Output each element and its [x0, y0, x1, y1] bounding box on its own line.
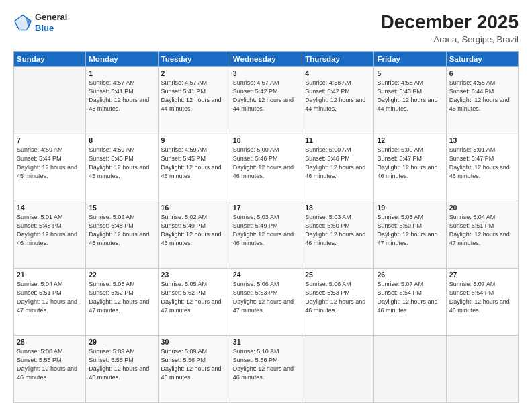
day-cell: 12Sunrise: 5:00 AMSunset: 5:47 PMDayligh…	[374, 134, 446, 201]
day-cell: 9Sunrise: 4:59 AMSunset: 5:45 PMDaylight…	[158, 134, 230, 201]
day-number: 5	[377, 69, 443, 77]
calendar-table: SundayMondayTuesdayWednesdayThursdayFrid…	[13, 51, 519, 403]
day-cell: 31Sunrise: 5:10 AMSunset: 5:56 PMDayligh…	[230, 335, 302, 402]
day-number: 15	[89, 203, 154, 212]
day-cell: 16Sunrise: 5:02 AMSunset: 5:49 PMDayligh…	[158, 201, 230, 268]
week-row-3: 14Sunrise: 5:01 AMSunset: 5:48 PMDayligh…	[14, 201, 519, 268]
day-info: Sunrise: 5:08 AMSunset: 5:55 PMDaylight:…	[17, 347, 83, 382]
day-number: 28	[17, 338, 83, 346]
day-info: Sunrise: 4:57 AMSunset: 5:42 PMDaylight:…	[233, 79, 299, 113]
logo-general-text: General	[35, 12, 67, 22]
day-cell: 5Sunrise: 4:58 AMSunset: 5:43 PMDaylight…	[374, 66, 446, 134]
col-header-tuesday: Tuesday	[158, 51, 230, 66]
day-cell: 23Sunrise: 5:05 AMSunset: 5:52 PMDayligh…	[158, 268, 230, 335]
location: Araua, Sergipe, Brazil	[381, 34, 519, 44]
day-cell: 26Sunrise: 5:07 AMSunset: 5:54 PMDayligh…	[374, 268, 446, 335]
day-info: Sunrise: 5:04 AMSunset: 5:51 PMDaylight:…	[449, 213, 515, 248]
day-info: Sunrise: 4:57 AMSunset: 5:41 PMDaylight:…	[161, 79, 227, 113]
day-cell: 11Sunrise: 5:00 AMSunset: 5:46 PMDayligh…	[302, 134, 374, 201]
day-cell: 8Sunrise: 4:59 AMSunset: 5:45 PMDaylight…	[86, 134, 158, 201]
day-number: 21	[17, 271, 83, 279]
day-number: 11	[305, 136, 371, 144]
day-number: 19	[377, 203, 443, 212]
day-number: 18	[305, 203, 371, 212]
day-info: Sunrise: 4:58 AMSunset: 5:44 PMDaylight:…	[449, 79, 515, 113]
day-cell	[14, 66, 86, 134]
col-header-sunday: Sunday	[14, 51, 86, 66]
day-cell: 14Sunrise: 5:01 AMSunset: 5:48 PMDayligh…	[14, 201, 86, 268]
day-info: Sunrise: 4:59 AMSunset: 5:44 PMDaylight:…	[17, 146, 83, 181]
day-info: Sunrise: 5:02 AMSunset: 5:48 PMDaylight:…	[89, 213, 154, 248]
day-info: Sunrise: 5:01 AMSunset: 5:48 PMDaylight:…	[17, 213, 83, 248]
day-info: Sunrise: 5:05 AMSunset: 5:52 PMDaylight:…	[161, 280, 227, 315]
day-info: Sunrise: 5:00 AMSunset: 5:47 PMDaylight:…	[377, 146, 443, 181]
day-info: Sunrise: 5:05 AMSunset: 5:52 PMDaylight:…	[89, 280, 154, 315]
day-cell: 19Sunrise: 5:03 AMSunset: 5:50 PMDayligh…	[374, 201, 446, 268]
day-number: 17	[233, 203, 299, 212]
day-info: Sunrise: 4:58 AMSunset: 5:42 PMDaylight:…	[305, 79, 371, 113]
col-header-wednesday: Wednesday	[230, 51, 302, 66]
day-number: 8	[89, 136, 154, 144]
day-number: 4	[305, 69, 371, 77]
day-cell: 3Sunrise: 4:57 AMSunset: 5:42 PMDaylight…	[230, 66, 302, 134]
day-number: 26	[377, 271, 443, 279]
day-cell: 25Sunrise: 5:06 AMSunset: 5:53 PMDayligh…	[302, 268, 374, 335]
day-cell: 28Sunrise: 5:08 AMSunset: 5:55 PMDayligh…	[14, 335, 86, 402]
day-cell: 18Sunrise: 5:03 AMSunset: 5:50 PMDayligh…	[302, 201, 374, 268]
day-cell: 1Sunrise: 4:57 AMSunset: 5:41 PMDaylight…	[86, 66, 158, 134]
day-cell: 22Sunrise: 5:05 AMSunset: 5:52 PMDayligh…	[86, 268, 158, 335]
day-number: 13	[449, 136, 515, 144]
day-info: Sunrise: 5:00 AMSunset: 5:46 PMDaylight:…	[233, 146, 299, 181]
day-number: 7	[17, 136, 83, 144]
day-info: Sunrise: 5:10 AMSunset: 5:56 PMDaylight:…	[233, 347, 299, 382]
week-row-5: 28Sunrise: 5:08 AMSunset: 5:55 PMDayligh…	[14, 335, 519, 402]
day-info: Sunrise: 4:57 AMSunset: 5:41 PMDaylight:…	[89, 79, 154, 113]
day-info: Sunrise: 5:09 AMSunset: 5:55 PMDaylight:…	[89, 347, 154, 382]
day-number: 10	[233, 136, 299, 144]
day-cell: 4Sunrise: 4:58 AMSunset: 5:42 PMDaylight…	[302, 66, 374, 134]
day-cell: 24Sunrise: 5:06 AMSunset: 5:53 PMDayligh…	[230, 268, 302, 335]
week-row-4: 21Sunrise: 5:04 AMSunset: 5:51 PMDayligh…	[14, 268, 519, 335]
day-cell: 30Sunrise: 5:09 AMSunset: 5:56 PMDayligh…	[158, 335, 230, 402]
month-title: December 2025	[381, 12, 519, 33]
day-number: 24	[233, 271, 299, 279]
col-header-thursday: Thursday	[302, 51, 374, 66]
day-cell: 21Sunrise: 5:04 AMSunset: 5:51 PMDayligh…	[14, 268, 86, 335]
day-info: Sunrise: 5:03 AMSunset: 5:50 PMDaylight:…	[305, 213, 371, 248]
day-number: 1	[89, 69, 154, 77]
day-cell: 17Sunrise: 5:03 AMSunset: 5:49 PMDayligh…	[230, 201, 302, 268]
day-number: 16	[161, 203, 227, 212]
logo-icon	[13, 13, 32, 32]
week-row-2: 7Sunrise: 4:59 AMSunset: 5:44 PMDaylight…	[14, 134, 519, 201]
day-info: Sunrise: 4:59 AMSunset: 5:45 PMDaylight:…	[161, 146, 227, 181]
calendar-header-row: SundayMondayTuesdayWednesdayThursdayFrid…	[14, 51, 519, 66]
title-block: December 2025 Araua, Sergipe, Brazil	[381, 12, 519, 44]
week-row-1: 1Sunrise: 4:57 AMSunset: 5:41 PMDaylight…	[14, 66, 519, 134]
day-number: 29	[89, 338, 154, 346]
day-cell: 10Sunrise: 5:00 AMSunset: 5:46 PMDayligh…	[230, 134, 302, 201]
day-info: Sunrise: 5:07 AMSunset: 5:54 PMDaylight:…	[377, 280, 443, 315]
day-info: Sunrise: 5:02 AMSunset: 5:49 PMDaylight:…	[161, 213, 227, 248]
day-number: 27	[449, 271, 515, 279]
logo-text: General Blue	[35, 12, 67, 33]
day-number: 3	[233, 69, 299, 77]
day-cell: 27Sunrise: 5:07 AMSunset: 5:54 PMDayligh…	[446, 268, 518, 335]
day-cell: 15Sunrise: 5:02 AMSunset: 5:48 PMDayligh…	[86, 201, 158, 268]
day-number: 25	[305, 271, 371, 279]
day-info: Sunrise: 5:09 AMSunset: 5:56 PMDaylight:…	[161, 347, 227, 382]
day-number: 6	[449, 69, 515, 77]
day-info: Sunrise: 5:06 AMSunset: 5:53 PMDaylight:…	[233, 280, 299, 315]
day-number: 22	[89, 271, 154, 279]
day-info: Sunrise: 4:58 AMSunset: 5:43 PMDaylight:…	[377, 79, 443, 113]
day-cell	[302, 335, 374, 402]
logo: General Blue	[13, 12, 67, 33]
day-cell: 29Sunrise: 5:09 AMSunset: 5:55 PMDayligh…	[86, 335, 158, 402]
day-cell: 2Sunrise: 4:57 AMSunset: 5:41 PMDaylight…	[158, 66, 230, 134]
col-header-monday: Monday	[86, 51, 158, 66]
col-header-friday: Friday	[374, 51, 446, 66]
day-number: 9	[161, 136, 227, 144]
day-cell	[446, 335, 518, 402]
day-number: 2	[161, 69, 227, 77]
day-number: 14	[17, 203, 83, 212]
day-info: Sunrise: 5:03 AMSunset: 5:49 PMDaylight:…	[233, 213, 299, 248]
